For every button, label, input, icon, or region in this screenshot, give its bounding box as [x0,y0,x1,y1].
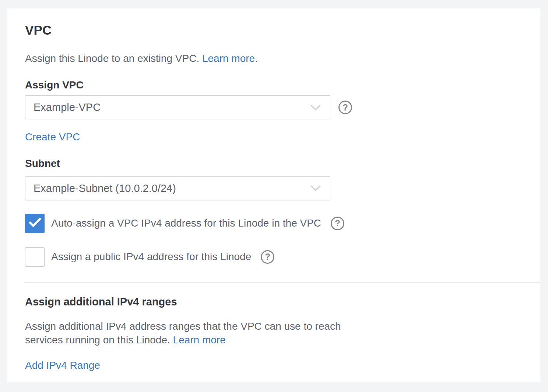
subnet-select-row: Example-Subnet (10.0.2.0/24) [25,176,523,200]
additional-ranges-description: Assign additional IPv4 address ranges th… [25,320,373,347]
auto-assign-row: Auto-assign a VPC IPv4 address for this … [25,214,523,233]
public-ip-help-icon[interactable]: ? [261,250,274,264]
assign-vpc-select[interactable]: Example-VPC [25,95,330,119]
assign-vpc-select-value: Example-VPC [34,101,101,113]
checkmark-icon [29,218,41,229]
learn-more-link[interactable]: Learn more [202,53,255,64]
chevron-down-icon [310,185,321,192]
vpc-heading: VPC [25,23,523,37]
intro-text-suffix: . [255,53,258,64]
vpc-panel: VPC Assign this Linode to an existing VP… [7,8,540,382]
assign-vpc-help-icon[interactable]: ? [338,101,352,114]
assign-vpc-label: Assign VPC [25,79,523,91]
public-ip-row: Assign a public IPv4 address for this Li… [25,247,523,267]
intro-text: Assign this Linode to an existing VPC. L… [25,52,523,66]
auto-assign-label: Auto-assign a VPC IPv4 address for this … [51,217,321,229]
ranges-learn-more-link[interactable]: Learn more [173,334,226,346]
create-vpc-link[interactable]: Create VPC [25,131,80,143]
auto-assign-help-icon[interactable]: ? [331,217,344,230]
assign-vpc-select-row: Example-VPC ? [25,95,523,119]
subnet-select[interactable]: Example-Subnet (10.0.2.0/24) [25,176,330,200]
add-ipv4-range-link[interactable]: Add IPv4 Range [25,360,100,371]
section-divider [24,282,540,283]
intro-text-main: Assign this Linode to an existing VPC. [25,53,202,64]
add-ipv4-range-row: Add IPv4 Range [25,359,523,372]
subnet-label: Subnet [25,157,523,170]
create-vpc-row: Create VPC [25,130,523,144]
public-ip-label: Assign a public IPv4 address for this Li… [51,251,251,263]
subnet-select-value: Example-Subnet (10.0.2.0/24) [34,182,176,195]
chevron-down-icon [310,104,321,111]
auto-assign-checkbox[interactable] [25,214,45,233]
public-ip-checkbox[interactable] [25,247,45,267]
additional-ranges-heading: Assign additional IPv4 ranges [25,296,523,308]
